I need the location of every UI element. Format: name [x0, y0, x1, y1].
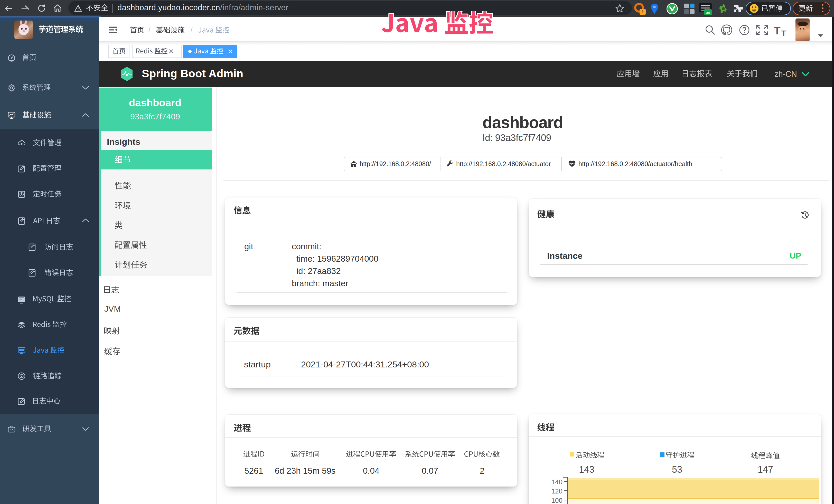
svg-text:1: 1: [641, 9, 644, 15]
svg-text:on: on: [706, 10, 710, 15]
